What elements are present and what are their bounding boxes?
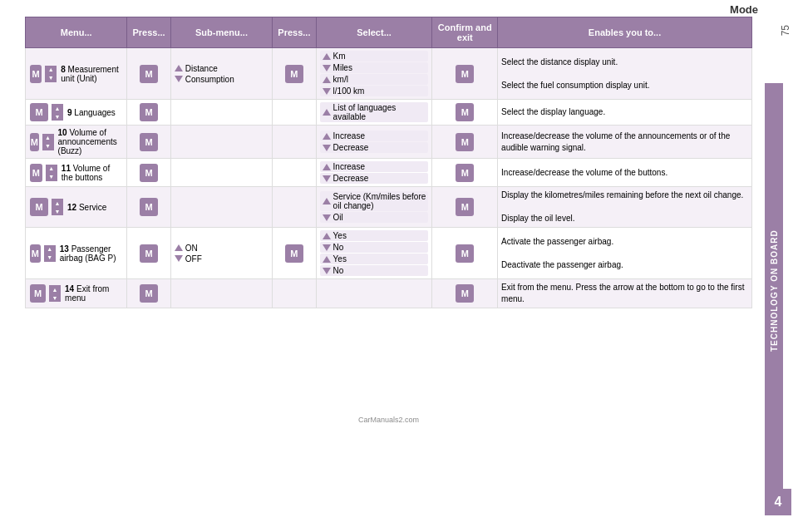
submenu-cell bbox=[170, 100, 272, 126]
confirm-cell: M bbox=[432, 100, 498, 126]
confirm-cell: M bbox=[432, 187, 498, 228]
chapter-number: 4 bbox=[765, 489, 791, 515]
confirm-cell: M bbox=[432, 159, 498, 187]
enables-text: Display the oil level. bbox=[501, 214, 574, 223]
arrow-up-icon[interactable]: ▲ bbox=[46, 165, 57, 173]
submenu-label: Consumption bbox=[185, 75, 234, 84]
menu-item-label: 13 Passenger airbag (BAG P) bbox=[60, 244, 124, 263]
press2-cell bbox=[273, 279, 316, 308]
confirm-cell: M bbox=[432, 126, 498, 159]
triangle-down-icon bbox=[323, 145, 331, 151]
m-button-press2[interactable]: M bbox=[285, 244, 303, 263]
press2-cell: M bbox=[273, 228, 316, 279]
arrow-group: ▲ ▼ bbox=[44, 245, 56, 262]
m-button-confirm[interactable]: M bbox=[456, 103, 474, 121]
enables-text: Activate the passenger airbag. bbox=[501, 237, 613, 246]
enables-cell: Display the kilometres/miles remaining b… bbox=[498, 187, 752, 228]
press2-cell bbox=[273, 126, 316, 159]
arrow-group: ▲ ▼ bbox=[52, 199, 63, 215]
m-button[interactable]: M bbox=[30, 244, 41, 263]
m-button-press1[interactable]: M bbox=[140, 164, 158, 182]
select-label: Miles bbox=[333, 63, 352, 72]
m-button[interactable]: M bbox=[30, 133, 39, 151]
menu-cell: M ▲ ▼ 10 Volume of announcements (Buzz) bbox=[26, 126, 127, 159]
m-button-press1[interactable]: M bbox=[140, 284, 158, 303]
select-item: Yes bbox=[320, 254, 429, 264]
arrow-up-icon[interactable]: ▲ bbox=[45, 66, 57, 74]
footer-logo: CarManuals2.com bbox=[358, 416, 419, 424]
col-header-enables: Enables you to... bbox=[498, 17, 752, 48]
arrow-up-icon[interactable]: ▲ bbox=[52, 199, 63, 207]
submenu-cell: DistanceConsumption bbox=[170, 48, 272, 100]
select-cell: List of languages available bbox=[316, 100, 432, 126]
menu-item-label: 10 Volume of announcements (Buzz) bbox=[58, 128, 124, 155]
arrow-down-icon[interactable]: ▼ bbox=[44, 254, 56, 262]
m-button[interactable]: M bbox=[30, 65, 42, 83]
submenu-cell bbox=[170, 159, 272, 187]
m-button-press2[interactable]: M bbox=[285, 65, 303, 83]
enables-text: Increase/decrease the volume of the butt… bbox=[501, 168, 667, 177]
press2-cell bbox=[273, 159, 316, 187]
submenu-item: Distance bbox=[175, 64, 268, 73]
select-label: Oil bbox=[333, 213, 343, 222]
arrow-down-icon[interactable]: ▼ bbox=[49, 293, 61, 302]
col-header-select: Select... bbox=[316, 17, 432, 48]
arrow-down-icon[interactable]: ▼ bbox=[45, 74, 57, 82]
menu-cell: M ▲ ▼ 11 Volume of the buttons bbox=[26, 159, 127, 187]
arrow-down-icon[interactable]: ▼ bbox=[52, 112, 63, 121]
table-row: M ▲ ▼ 10 Volume of announcements (Buzz) … bbox=[26, 126, 752, 159]
menu-item-label: 14 Exit from menu bbox=[65, 284, 123, 303]
arrow-up-icon[interactable]: ▲ bbox=[42, 134, 54, 142]
enables-text: Select the distance display unit. bbox=[501, 57, 618, 66]
select-cell: Service (Km/miles before oil change)Oil bbox=[316, 187, 432, 228]
press1-cell: M bbox=[127, 100, 170, 126]
col-header-confirm: Confirm and exit bbox=[432, 17, 498, 48]
m-button[interactable]: M bbox=[30, 284, 46, 303]
select-label: Decrease bbox=[333, 143, 369, 152]
m-button-press1[interactable]: M bbox=[140, 133, 158, 151]
press2-cell bbox=[273, 100, 316, 126]
enables-cell: Select the display language. bbox=[498, 100, 752, 126]
triangle-up-icon bbox=[323, 109, 331, 116]
submenu-label: Distance bbox=[185, 64, 218, 73]
arrow-up-icon[interactable]: ▲ bbox=[52, 104, 63, 112]
m-button[interactable]: M bbox=[30, 103, 48, 121]
col-header-press1: Press... bbox=[127, 17, 170, 48]
m-button-confirm[interactable]: M bbox=[456, 133, 474, 151]
m-button[interactable]: M bbox=[30, 198, 48, 216]
m-button-press1[interactable]: M bbox=[140, 103, 158, 121]
m-button-confirm[interactable]: M bbox=[456, 164, 474, 182]
triangle-down-icon bbox=[323, 268, 331, 274]
enables-text: Select the display language. bbox=[501, 107, 605, 116]
arrow-down-icon[interactable]: ▼ bbox=[46, 173, 57, 181]
arrow-up-icon[interactable]: ▲ bbox=[44, 245, 56, 254]
select-item: No bbox=[320, 265, 429, 276]
arrow-down-icon[interactable]: ▼ bbox=[42, 142, 54, 150]
press1-cell: M bbox=[127, 187, 170, 228]
m-button[interactable]: M bbox=[30, 164, 42, 182]
arrow-group: ▲ ▼ bbox=[52, 104, 63, 121]
table-row: M ▲ ▼ 13 Passenger airbag (BAG P) MONOFF… bbox=[26, 228, 752, 279]
m-button-confirm[interactable]: M bbox=[456, 284, 474, 303]
m-button-press1[interactable]: M bbox=[140, 198, 158, 216]
select-cell: IncreaseDecrease bbox=[316, 159, 432, 187]
arrow-up-icon[interactable]: ▲ bbox=[49, 285, 61, 293]
select-item: Decrease bbox=[320, 142, 429, 153]
table-row: M ▲ ▼ 9 Languages MList of languages ava… bbox=[26, 100, 752, 126]
enables-cell: Increase/decrease the volume of the butt… bbox=[498, 159, 752, 187]
m-button-press1[interactable]: M bbox=[140, 244, 158, 263]
m-button-confirm[interactable]: M bbox=[456, 198, 474, 216]
press1-cell: M bbox=[127, 279, 170, 308]
arrow-group: ▲ ▼ bbox=[45, 66, 57, 82]
menu-cell: M ▲ ▼ 9 Languages bbox=[26, 100, 127, 126]
arrow-down-icon[interactable]: ▼ bbox=[52, 207, 63, 215]
enables-cell: Exit from the menu. Press the arrow at t… bbox=[498, 279, 752, 308]
m-button-confirm[interactable]: M bbox=[456, 65, 474, 83]
m-button-confirm[interactable]: M bbox=[456, 244, 474, 263]
submenu-item: Consumption bbox=[175, 75, 268, 84]
select-label: Service (Km/miles before oil change) bbox=[333, 192, 426, 210]
triangle-up-icon bbox=[323, 198, 331, 204]
m-button-press1[interactable]: M bbox=[140, 65, 158, 83]
triangle-up-icon bbox=[323, 53, 331, 60]
arrow-group: ▲ ▼ bbox=[42, 134, 54, 150]
